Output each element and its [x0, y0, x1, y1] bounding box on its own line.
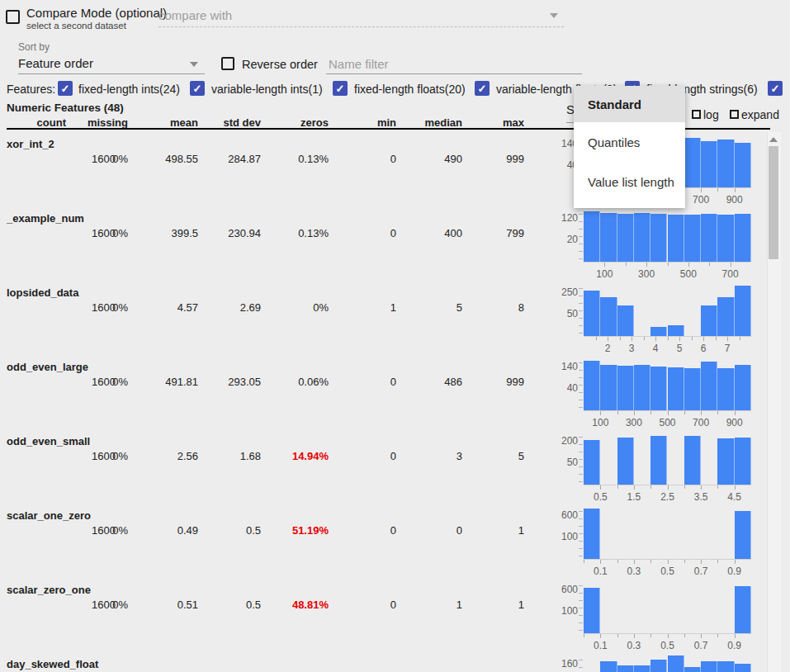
chart-x-tick [735, 411, 736, 415]
chart-x-axis-label: 2.5 [660, 491, 674, 503]
column-header: max [0, 116, 524, 129]
chart-y-axis-label: 120 [545, 212, 578, 224]
chart-x-tick [634, 485, 635, 490]
chart-y-axis-label: 200 [545, 435, 578, 447]
menu-item[interactable]: Standard [574, 86, 685, 122]
chart-x-axis-label: 0.5 [660, 640, 674, 651]
histogram-bar [650, 660, 667, 672]
histogram-bar [701, 214, 717, 262]
chart-x-minor-tick [684, 634, 685, 637]
histogram-chart [584, 432, 751, 485]
menu-item[interactable]: Quantiles [574, 122, 685, 162]
chart-x-minor-tick [692, 337, 693, 340]
compare-with-dropdown-arrow-icon[interactable] [550, 13, 558, 18]
chart-y-tick [579, 585, 583, 586]
histogram-bar [584, 509, 600, 559]
chart-x-tick [634, 411, 635, 415]
feature-type-checkbox[interactable]: ✓ [190, 81, 205, 96]
sort-by-dropdown-arrow-icon[interactable] [190, 62, 198, 67]
chart-y-tick [579, 407, 583, 408]
chart-y-tick [579, 385, 583, 386]
histogram-bar [684, 368, 701, 410]
chart-x-axis-label: 3.5 [694, 491, 708, 503]
table-row: scalar_one_zero16000%0.490.551.19%001600… [0, 504, 790, 579]
chart-y-tick [579, 667, 583, 668]
stat-value: 5 [0, 450, 524, 462]
feature-type-checkbox[interactable]: ✓ [475, 81, 490, 96]
compare-with-select-value[interactable]: compare with [158, 8, 232, 22]
chart-x-axis-label: 0.3 [627, 566, 641, 577]
chart-y-tick [579, 541, 583, 542]
feature-name: xor_int_2 [7, 138, 54, 150]
chart-x-minor-tick [620, 337, 621, 340]
histogram-bar [684, 138, 701, 187]
expand-checkbox[interactable] [730, 110, 739, 119]
table-row: lopsided_data16000%4.572.690%15825050234… [0, 282, 790, 356]
scrollbar-up-arrow-icon[interactable] [769, 137, 778, 142]
chart-y-tick [579, 400, 583, 400]
chart-x-axis-label: 700 [693, 194, 709, 206]
histogram-bar [617, 665, 634, 672]
chart-x-axis-label: 5 [677, 343, 683, 354]
feature-type-checkbox[interactable]: ✓ [58, 81, 73, 96]
histogram-bar [584, 291, 600, 336]
chart-y-axis-label: 100 [545, 605, 578, 617]
log-label: log [703, 108, 719, 121]
chart-y-tick [579, 258, 583, 259]
chart-x-axis-label: 1.5 [627, 491, 641, 503]
histogram-bar [701, 141, 717, 187]
table-row: _example_num16000%399.5230.940.13%040079… [0, 207, 790, 282]
scrollbar-thumb[interactable] [769, 146, 778, 259]
histogram-bar [600, 297, 617, 337]
chart-x-tick [646, 263, 647, 267]
sort-by-underline [18, 73, 205, 74]
chart-x-axis-label: 100 [592, 417, 608, 428]
log-checkbox[interactable] [692, 110, 701, 119]
chart-x-tick [600, 411, 601, 415]
chart-type-menu: StandardQuantilesValue list length [574, 86, 685, 208]
chart-y-axis-label: 40 [545, 159, 578, 171]
feature-type-checkbox[interactable]: ✓ [768, 81, 783, 96]
chart-y-tick [579, 481, 583, 482]
chart-y-tick [579, 221, 583, 222]
chart-x-tick [701, 411, 702, 415]
histogram-bar [617, 305, 634, 336]
feature-name: scalar_one_zero [7, 509, 91, 522]
stat-value: 999 [0, 153, 524, 165]
reverse-order-checkbox[interactable] [221, 57, 234, 70]
feature-name: lopsided_data [7, 286, 78, 299]
chart-y-tick [579, 214, 583, 215]
stat-value: 8 [0, 301, 524, 314]
chart-x-minor-tick [684, 485, 685, 489]
chart-x-tick [701, 485, 702, 490]
histogram-bar [717, 297, 734, 337]
menu-item[interactable]: Value list length [574, 162, 685, 201]
histogram-bar [735, 586, 751, 633]
chart-x-tick [668, 560, 669, 564]
chart-x-minor-tick [716, 337, 717, 340]
sort-by-select-value[interactable]: Feature order [18, 56, 93, 70]
chart-y-tick [579, 377, 583, 378]
chart-x-minor-tick [684, 560, 685, 563]
chart-x-axis-label: 900 [726, 194, 743, 206]
histogram-bar [634, 365, 650, 410]
chart-x-axis-label: 0.9 [727, 640, 741, 651]
feature-name: scalar_zero_one [7, 584, 91, 596]
name-filter-input[interactable]: Name filter [329, 57, 389, 71]
chart-y-tick [579, 236, 583, 237]
chart-x-axis-label: 7 [725, 343, 731, 354]
feature-type-label: variable-length ints(1) [211, 83, 323, 96]
histogram-bar [735, 664, 751, 672]
chart-y-axis-label: 50 [545, 308, 578, 319]
histogram-bar [584, 361, 600, 410]
chart-x-tick [701, 560, 702, 564]
compare-mode-checkbox[interactable] [6, 10, 20, 24]
feature-type-checkbox[interactable]: ✓ [333, 81, 348, 96]
stat-value: 1 [0, 524, 524, 537]
chart-x-axis-label: 0.1 [594, 566, 608, 577]
feature-name: odd_even_large [7, 361, 88, 373]
histogram-bar [668, 655, 684, 672]
table-row: odd_even_large16000%491.81293.050.06%048… [0, 356, 790, 430]
feature-name: day_skewed_float [7, 658, 98, 670]
chart-y-axis-label: 40 [545, 382, 578, 394]
